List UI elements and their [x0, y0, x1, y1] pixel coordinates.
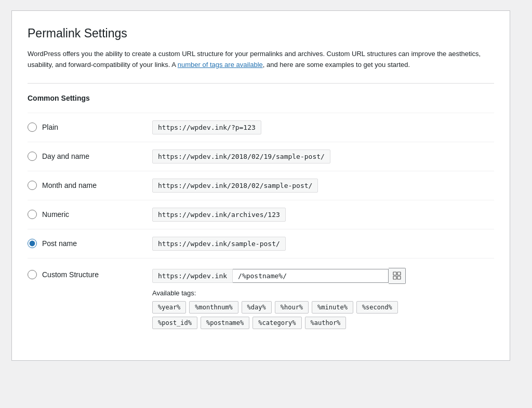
tag-author[interactable]: %author% [305, 317, 347, 329]
permalink-option-post-name: Post name https://wpdev.ink/sample-post/ [28, 229, 494, 258]
permalink-option-day-and-name: Day and name https://wpdev.ink/2018/02/1… [28, 142, 494, 171]
description-text-2: , and here are some examples to get you … [263, 61, 410, 69]
available-tags-section: Available tags: %year% %monthnum% %day% … [152, 289, 494, 329]
tags-row-1: %year% %monthnum% %day% %hour% %minute% … [152, 301, 494, 314]
numeric-radio[interactable] [28, 210, 37, 219]
day-and-name-url: https://wpdev.ink/2018/02/19/sample-post… [152, 149, 330, 164]
plain-label[interactable]: Plain [28, 123, 152, 132]
month-and-name-radio[interactable] [28, 181, 37, 190]
tag-second[interactable]: %second% [356, 301, 398, 314]
custom-structure-label-text: Custom Structure [42, 270, 99, 279]
day-and-name-radio[interactable] [28, 152, 37, 161]
tag-minute[interactable]: %minute% [312, 301, 353, 314]
permalink-option-month-and-name: Month and name https://wpdev.ink/2018/02… [28, 171, 494, 200]
permalink-option-plain: Plain https://wpdev.ink/?p=123 [28, 113, 494, 142]
section-divider [28, 83, 494, 84]
day-and-name-url-area: https://wpdev.ink/2018/02/19/sample-post… [152, 149, 494, 164]
common-settings-heading: Common Settings [28, 94, 494, 102]
tags-row-2: %post_id% %postname% %category% %author% [152, 317, 494, 329]
tags-toggle-button[interactable] [389, 268, 406, 284]
custom-structure-label[interactable]: Custom Structure [28, 268, 152, 279]
numeric-url-area: https://wpdev.ink/archives/123 [152, 208, 494, 222]
tags-available-link[interactable]: number of tags are available [178, 61, 263, 69]
tag-year[interactable]: %year% [152, 301, 186, 314]
custom-url-prefix: https://wpdev.ink [152, 269, 233, 283]
svg-rect-0 [393, 272, 396, 275]
tag-category[interactable]: %category% [252, 317, 301, 329]
tag-post-id[interactable]: %post_id% [152, 317, 197, 329]
day-and-name-label[interactable]: Day and name [28, 152, 152, 161]
numeric-label-text: Numeric [42, 210, 69, 219]
plain-radio[interactable] [28, 123, 37, 132]
post-name-url: https://wpdev.ink/sample-post/ [152, 237, 286, 251]
day-and-name-label-text: Day and name [42, 152, 89, 160]
numeric-label[interactable]: Numeric [28, 210, 152, 219]
page-description: WordPress offers you the ability to crea… [28, 49, 494, 71]
plain-url: https://wpdev.ink/?p=123 [152, 120, 261, 134]
grid-icon [393, 271, 401, 280]
month-and-name-label-text: Month and name [42, 181, 97, 189]
month-and-name-url-area: https://wpdev.ink/2018/02/sample-post/ [152, 179, 494, 193]
plain-label-text: Plain [42, 123, 58, 131]
post-name-label[interactable]: Post name [28, 239, 152, 248]
svg-rect-1 [397, 272, 401, 275]
month-and-name-url: https://wpdev.ink/2018/02/sample-post/ [152, 179, 318, 193]
post-name-url-area: https://wpdev.ink/sample-post/ [152, 237, 494, 251]
custom-structure-radio[interactable] [28, 270, 37, 279]
custom-structure-value-area: https://wpdev.ink Available tags: [152, 268, 494, 332]
svg-rect-3 [397, 276, 401, 279]
tag-postname[interactable]: %postname% [201, 317, 249, 329]
permalink-option-numeric: Numeric https://wpdev.ink/archives/123 [28, 200, 494, 229]
post-name-radio[interactable] [28, 239, 37, 248]
permalink-option-custom-structure: Custom Structure https://wpdev.ink [28, 258, 494, 339]
month-and-name-label[interactable]: Month and name [28, 181, 152, 190]
tag-monthnum[interactable]: %monthnum% [189, 301, 238, 314]
tag-hour[interactable]: %hour% [275, 301, 309, 314]
custom-structure-input-group: https://wpdev.ink [152, 268, 494, 284]
tag-day[interactable]: %day% [242, 301, 272, 314]
post-name-label-text: Post name [42, 239, 77, 248]
page-title: Permalink Settings [28, 26, 494, 40]
svg-rect-2 [393, 276, 396, 279]
available-tags-label: Available tags: [152, 289, 494, 297]
numeric-url: https://wpdev.ink/archives/123 [152, 208, 286, 222]
plain-url-area: https://wpdev.ink/?p=123 [152, 120, 494, 134]
custom-url-input[interactable] [233, 269, 389, 283]
